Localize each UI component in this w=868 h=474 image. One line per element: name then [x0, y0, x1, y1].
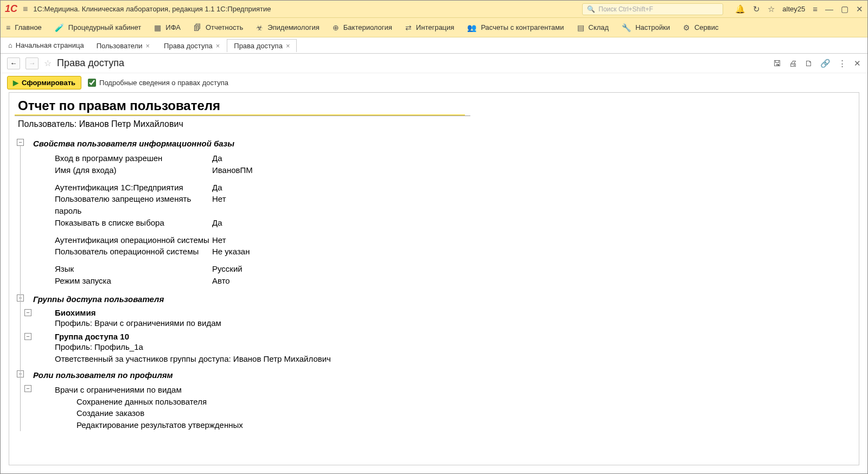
- property-row: Режим запускаАвто: [33, 275, 853, 287]
- menu-item[interactable]: ▦ИФА: [154, 23, 181, 32]
- app-title: 1С:Медицина. Клиническая лаборатория, ре…: [33, 5, 271, 13]
- menu-item-icon: 👥: [467, 23, 476, 32]
- property-value: Нет: [212, 234, 853, 246]
- search-placeholder: Поиск Ctrl+Shift+F: [598, 5, 653, 13]
- save-icon[interactable]: 🖫: [773, 59, 781, 68]
- property-row: Показывать в списке выбораДа: [33, 217, 853, 229]
- section-title: Группы доступа пользователя: [33, 292, 853, 308]
- property-key: Пользователю запрещено изменять пароль: [33, 193, 212, 217]
- nav-back-button[interactable]: ←: [7, 57, 20, 69]
- group-detail: Профиль: Профиль_1а: [55, 341, 853, 353]
- page-toolbar: ← → ☆ Права доступа 🖫 🖨 🗋 🔗 ⋮ ✕: [1, 54, 867, 73]
- menu-item-label: Интеграция: [416, 23, 455, 31]
- collapse-toggle[interactable]: −: [24, 309, 31, 316]
- print-icon[interactable]: 🖨: [789, 59, 797, 68]
- menu-item-icon: 🗐: [194, 23, 201, 32]
- group-name: Группа доступа 10: [55, 332, 853, 341]
- property-key: Режим запуска: [33, 275, 212, 287]
- property-key: Аутентификация 1С:Предприятия: [33, 182, 212, 194]
- collapse-toggle[interactable]: −: [24, 385, 31, 392]
- main-menu: ≡Главное🧪Процедурный кабинет▦ИФА🗐Отчетно…: [1, 18, 867, 37]
- search-icon: 🔍: [587, 5, 595, 13]
- menu-item-label: Процедурный кабинет: [68, 23, 141, 31]
- property-value: Да: [212, 217, 853, 229]
- role-item: Редактирование результатов утвержденных: [33, 419, 853, 431]
- role-profile-block: Врачи с ограничениями по видам: [33, 384, 853, 396]
- property-row: Пользователю запрещено изменять парольНе…: [33, 193, 853, 217]
- menu-item-icon: ⚙: [683, 23, 690, 32]
- menu-item[interactable]: ▤Склад: [577, 23, 609, 32]
- group-block: Группа доступа 10Профиль: Профиль_1аОтве…: [33, 332, 853, 365]
- details-checkbox[interactable]: [88, 79, 96, 87]
- property-row: Имя (для входа)ИвановПМ: [33, 164, 853, 176]
- menu-item-icon: 🔧: [622, 23, 631, 32]
- tab[interactable]: Права доступа×: [227, 39, 297, 52]
- menu-item[interactable]: ☣Эпидемиология: [256, 23, 320, 32]
- minimize-button[interactable]: —: [825, 4, 833, 14]
- menu-item-icon: ☣: [256, 23, 263, 32]
- maximize-button[interactable]: ▢: [841, 4, 848, 14]
- close-page-button[interactable]: ✕: [854, 59, 861, 68]
- menu-item-label: Отчетность: [206, 23, 243, 31]
- tab[interactable]: Права доступа×: [157, 39, 227, 52]
- property-value: Русский: [212, 263, 853, 275]
- menu-item[interactable]: ≡Главное: [6, 23, 42, 32]
- app-logo: 1C: [5, 3, 17, 15]
- play-icon: ▶: [13, 79, 18, 87]
- preview-icon[interactable]: 🗋: [805, 59, 813, 68]
- menu-item[interactable]: 🧪Процедурный кабинет: [55, 23, 141, 32]
- menu-item-label: Сервис: [694, 23, 719, 31]
- report-title: Отчет по правам пользователя: [15, 98, 465, 116]
- home-tab[interactable]: ⌂ Начальная страница: [3, 39, 90, 52]
- bell-icon[interactable]: 🔔: [735, 4, 745, 14]
- property-row: ЯзыкРусский: [33, 263, 853, 275]
- details-checkbox-wrap[interactable]: Подробные сведения о правах доступа: [88, 79, 228, 87]
- report-area[interactable]: Отчет по правам пользователя Пользовател…: [9, 92, 859, 465]
- menu-item[interactable]: 👥Расчеты с контрагентами: [467, 23, 564, 32]
- kebab-icon[interactable]: ⋮: [838, 59, 846, 68]
- collapse-toggle[interactable]: −: [17, 139, 24, 146]
- property-value: Да: [212, 152, 853, 164]
- tab-label: Пользователи: [97, 42, 143, 50]
- star-icon[interactable]: ☆: [768, 4, 775, 14]
- menu-item[interactable]: ⚙Сервис: [683, 23, 719, 32]
- tab-close-icon[interactable]: ×: [216, 42, 220, 50]
- generate-label: Сформировать: [22, 79, 75, 87]
- menu-item-label: Настройки: [635, 23, 670, 31]
- search-input[interactable]: 🔍 Поиск Ctrl+Shift+F: [582, 3, 723, 15]
- property-key: Пользователь операционной системы: [33, 246, 212, 258]
- close-button[interactable]: ✕: [856, 4, 863, 14]
- menu-item[interactable]: ⇄Интеграция: [405, 23, 455, 32]
- history-icon[interactable]: ↻: [753, 4, 760, 14]
- property-value: Нет: [212, 193, 853, 217]
- section-title: Роли пользователя по профилям: [33, 368, 853, 384]
- menu-item[interactable]: 🗐Отчетность: [194, 23, 243, 32]
- menu-item[interactable]: ⊕Бактериология: [333, 23, 392, 32]
- menu-item-label: Эпидемиология: [267, 23, 320, 31]
- username-label[interactable]: altey25: [782, 5, 805, 13]
- tab[interactable]: Пользователи×: [90, 39, 157, 52]
- tab-close-icon[interactable]: ×: [286, 42, 290, 50]
- property-row: Вход в программу разрешенДа: [33, 152, 853, 164]
- tab-label: Права доступа: [164, 42, 213, 50]
- property-key: Вход в программу разрешен: [33, 152, 212, 164]
- filter-icon[interactable]: ≡: [813, 4, 818, 14]
- favorite-button[interactable]: ☆: [44, 58, 52, 68]
- menu-item-icon: ⊕: [333, 23, 339, 32]
- report-user-line: Пользователь: Иванов Петр Михайлович: [15, 117, 853, 137]
- hamburger-icon[interactable]: ≡: [23, 4, 28, 14]
- property-row: Аутентификация 1С:ПредприятияДа: [33, 182, 853, 194]
- link-icon[interactable]: 🔗: [820, 59, 831, 68]
- collapse-toggle[interactable]: −: [24, 333, 31, 340]
- tab-label: Права доступа: [234, 42, 283, 50]
- menu-item-icon: ▦: [154, 23, 161, 32]
- profile-name: Врачи с ограничениями по видам: [55, 384, 853, 396]
- generate-button[interactable]: ▶ Сформировать: [7, 76, 81, 89]
- menu-item-label: ИФА: [165, 23, 181, 31]
- property-value: Авто: [212, 275, 853, 287]
- menu-item[interactable]: 🔧Настройки: [622, 23, 670, 32]
- tab-close-icon[interactable]: ×: [146, 42, 150, 50]
- role-item: Создание заказов: [33, 407, 853, 419]
- group-name: Биохимия: [55, 308, 853, 317]
- nav-forward-button[interactable]: →: [25, 57, 39, 69]
